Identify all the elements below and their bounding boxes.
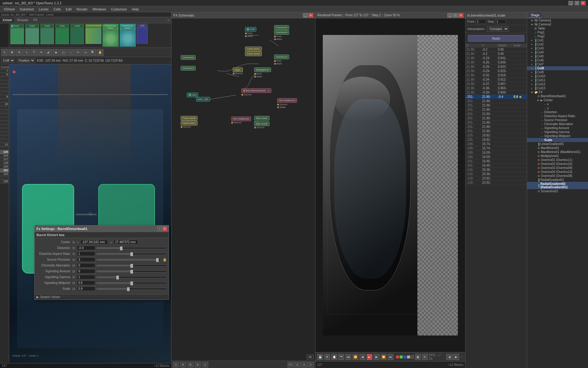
tree-item-distortion-aspect-ratio[interactable]: —Distortion Aspect Ratio bbox=[527, 114, 588, 118]
vignetting-amount-slider[interactable] bbox=[96, 270, 167, 272]
menu-levels[interactable]: Levels bbox=[36, 7, 51, 12]
fx-node-col1[interactable]: Col1 bbox=[187, 93, 198, 97]
menu-render[interactable]: Render bbox=[74, 7, 90, 12]
tool-pen[interactable]: ✏ bbox=[38, 49, 45, 56]
tool-select[interactable]: ↖ bbox=[1, 49, 8, 56]
props-table-row[interactable]: -199-15.74- bbox=[466, 146, 527, 151]
tree-item-col13[interactable]: ▸▐Col13 bbox=[527, 86, 588, 90]
fx-close-btn[interactable]: ✕ bbox=[308, 13, 313, 17]
play-next-btn[interactable]: ▶ bbox=[453, 354, 459, 360]
menu-xsheet[interactable]: XSheet bbox=[1, 7, 17, 12]
rendered-close[interactable]: ✕ bbox=[458, 13, 463, 17]
fx-toggle3[interactable]: ⊙ bbox=[308, 362, 314, 367]
props-table-row[interactable]: -251-21.90--0.40.9 ◀ bbox=[466, 95, 527, 99]
play-prev-btn[interactable]: ◀ bbox=[446, 354, 452, 360]
tree-item-col11[interactable]: ▸▐Col11 bbox=[527, 78, 588, 82]
tree-item-maxminino01-(maxminino01)[interactable]: ⚙MaxMinIno01 (MaxMinIno01) bbox=[527, 150, 588, 154]
fx-minimize-btn[interactable]: _ bbox=[303, 13, 308, 17]
tree-item-table[interactable]: ⊞Table bbox=[527, 26, 588, 30]
fx-node-col5[interactable]: Col5 Fore Back bbox=[245, 27, 256, 37]
props-table-row[interactable]: -251-21.90- bbox=[466, 112, 527, 116]
tool-move[interactable]: ✥ bbox=[9, 49, 15, 56]
menu-customize[interactable]: Customize bbox=[109, 7, 130, 12]
tree-item-vignetting-gamma[interactable]: —Vignetting Gamma bbox=[527, 130, 588, 134]
center-x-input[interactable] bbox=[80, 240, 108, 244]
collapse-btn[interactable]: ≡ bbox=[166, 18, 171, 22]
tree-item-col6[interactable]: ▸▐Col6 bbox=[527, 58, 588, 62]
swatch-toggle[interactable]: ▶ Swatch Viewer bbox=[36, 295, 167, 299]
rendered-play-next[interactable]: ▶ bbox=[374, 354, 379, 360]
tab-browser[interactable]: Browser bbox=[15, 18, 31, 22]
tree-item-overino04-(overino13)[interactable]: ⚙OverIno04 (OverIno13) bbox=[527, 170, 588, 174]
tree-item-overino02-(overino10)[interactable]: ⚙OverIno02 (OverIno10) bbox=[527, 162, 588, 166]
col1-header[interactable]: Col1 bbox=[10, 24, 24, 28]
props-table-row[interactable]: -161-16.45- bbox=[466, 163, 527, 168]
tree-item-col8[interactable]: ▸▐Col8 bbox=[527, 66, 588, 70]
props-table-row[interactable]: -251-21.90- bbox=[466, 116, 527, 121]
fx-toggle1[interactable]: ◎ bbox=[294, 362, 300, 367]
props-table-row[interactable]: 21.90--0.26-0.936- bbox=[466, 60, 527, 65]
props-table-row[interactable]: -142-20.36- bbox=[466, 172, 527, 176]
props-table-row[interactable]: 21.90--0.39-0.900- bbox=[466, 90, 527, 95]
props-table-row[interactable]: 21.90--0.29-0.925- bbox=[466, 69, 527, 73]
fx-node-kage[interactable]: kage Source bbox=[233, 67, 243, 75]
col4-header[interactable]: Col4 bbox=[55, 24, 69, 28]
tree-item-overino01-(overino11)[interactable]: ⚙OverIno01 (OverIno11) bbox=[527, 158, 588, 162]
fx-close-button[interactable]: ✕ bbox=[163, 227, 167, 231]
fx-node-mattino01[interactable]: InFx MattIno01 Source bbox=[231, 117, 251, 124]
props-table-row[interactable]: -251-21.90- bbox=[466, 103, 527, 108]
menu-windows[interactable]: Windows bbox=[90, 7, 109, 12]
rendered-next-frame[interactable]: ⏩ bbox=[381, 354, 386, 360]
tab-fx[interactable]: FX bbox=[31, 18, 40, 22]
fx-node-multiplyino[interactable]: MultiplyIno0 Fore Back bbox=[254, 67, 271, 78]
props-table-row[interactable]: 21.90--0.23-0.941- bbox=[466, 56, 527, 60]
tree-item-center[interactable]: ▶▶Center bbox=[527, 98, 588, 102]
tree-item-camera1[interactable]: ▶📷Camera1 bbox=[527, 18, 588, 22]
fx-node-overlno13[interactable]: OverIno13 bbox=[274, 25, 289, 30]
histogram-btn2[interactable]: ≋ bbox=[422, 354, 428, 360]
fx-node-barreldisortiwa01[interactable]: BarrelDistortIwa01 ▶ Source bbox=[241, 88, 271, 96]
tool-hand[interactable]: ✋ bbox=[97, 49, 104, 56]
stage-tab[interactable]: Stage bbox=[529, 13, 541, 18]
fx-node-overlno04[interactable]: OverIno04 Fore Back bbox=[274, 30, 289, 40]
props-table-row[interactable]: 21.90--0.29-0.933- bbox=[466, 65, 527, 69]
rendered-snapshot[interactable]: 📷 bbox=[338, 354, 344, 360]
lineargradient-header[interactable]: LinearGradient01 bbox=[85, 24, 101, 28]
tree-item-col5[interactable]: ▸▐Col5 bbox=[527, 54, 588, 58]
playback-scrubber[interactable] bbox=[462, 356, 462, 358]
distortion-aspect-slider[interactable] bbox=[96, 253, 167, 255]
tree-item-col10[interactable]: ▸▐Col10 bbox=[527, 74, 588, 78]
tool-cut[interactable]: ✂ bbox=[75, 49, 81, 56]
scale-slider[interactable] bbox=[96, 288, 167, 290]
fx-node-palett06[interactable]: Palett-Itet06 bbox=[181, 116, 198, 121]
tool-zoom[interactable]: 🔍 bbox=[89, 49, 96, 56]
menu-subsheet[interactable]: Subsheet bbox=[17, 7, 36, 12]
props-table-row[interactable]: 21.90--0.34-0.912- bbox=[466, 78, 527, 82]
fx-settings-titlebar[interactable]: Fx Settings : BarrelDistortIwa01 ? ✕ bbox=[35, 225, 169, 232]
col2-header[interactable]: Col2 bbox=[25, 24, 39, 28]
props-table-row[interactable]: -225-18.82- bbox=[466, 133, 527, 138]
props-table-row[interactable]: -251-21.90- bbox=[466, 129, 527, 133]
menu-cells[interactable]: Cells bbox=[51, 7, 63, 12]
rendered-prev-frame[interactable]: ⏪ bbox=[352, 354, 358, 360]
tree-item-vignetting-midpoint[interactable]: —Vignetting Midpoint bbox=[527, 134, 588, 138]
props-table-row[interactable]: 21.90--0.37-0.907- bbox=[466, 82, 527, 86]
tool-arrow[interactable]: → bbox=[67, 49, 74, 56]
fx-zoom-fit[interactable]: ⊡ bbox=[173, 362, 179, 367]
tree-item-distortion[interactable]: —Distortion bbox=[527, 110, 588, 114]
fx-toggle2[interactable]: ● bbox=[301, 362, 307, 367]
fx-node-prec-t03[interactable]: prec-_t03 bbox=[196, 97, 210, 102]
fx-center[interactable]: ⊕ bbox=[180, 362, 186, 367]
col3-header[interactable]: Col3 bbox=[40, 24, 54, 28]
distortion-slider[interactable] bbox=[96, 247, 167, 249]
tab-xsheet[interactable]: Xsheet bbox=[0, 18, 15, 22]
tree-item-radialgradient02-(radialgradient01)[interactable]: ▐RadialGradient02 (RadialGradient01) bbox=[527, 182, 588, 189]
histogram-btn[interactable]: ▦ bbox=[415, 354, 421, 360]
props-table-row[interactable]: -251-21.90- bbox=[466, 108, 527, 112]
col-select[interactable]: Col8 bbox=[1, 58, 15, 63]
fx-help-button[interactable]: ? bbox=[157, 227, 162, 231]
vignetting-gamma-slider[interactable] bbox=[96, 276, 167, 278]
col5-header[interactable]: Col5 bbox=[70, 24, 84, 28]
tree-item-col9[interactable]: ▸▐Col9 bbox=[527, 70, 588, 74]
tree-item-col2[interactable]: ▸▐Col2 bbox=[527, 42, 588, 46]
